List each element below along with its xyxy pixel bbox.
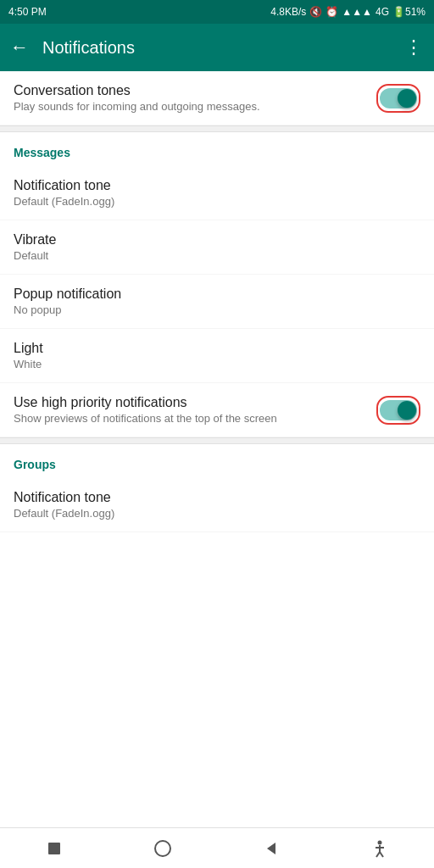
nav-home-button[interactable]: [146, 832, 180, 865]
svg-point-3: [378, 840, 382, 844]
svg-marker-2: [267, 843, 275, 854]
vibrate-title: Vibrate: [14, 232, 420, 248]
high-priority-title: Use high priority notifications: [14, 395, 376, 410]
nav-accessibility-button[interactable]: [363, 832, 397, 865]
app-bar: ← Notifications ⋮: [0, 24, 434, 71]
status-bar: 4:50 PM 4.8KB/s 🔇 ⏰ ▲▲▲ 4G 🔋51%: [0, 0, 434, 24]
high-priority-subtitle: Show previews of notifications at the to…: [14, 412, 376, 425]
light-text: Light White: [14, 341, 420, 370]
status-bar-left: 4:50 PM: [8, 6, 47, 18]
groups-section-label: Groups: [0, 444, 434, 478]
light-item[interactable]: Light White: [0, 329, 434, 383]
settings-content: Conversation tones Play sounds for incom…: [0, 71, 434, 827]
light-subtitle: White: [14, 358, 420, 370]
status-time: 4:50 PM: [8, 6, 47, 18]
popup-notification-subtitle: No popup: [14, 303, 420, 316]
popup-notification-text: Popup notification No popup: [14, 287, 420, 316]
high-priority-item[interactable]: Use high priority notifications Show pre…: [0, 383, 434, 437]
messages-section-label: Messages: [0, 132, 434, 166]
popup-notification-title: Popup notification: [14, 287, 420, 302]
mute-icon: 🔇: [309, 6, 322, 18]
vibrate-text: Vibrate Default: [14, 232, 420, 262]
svg-point-1: [155, 841, 170, 856]
network-speed: 4.8KB/s: [270, 6, 306, 18]
groups-notification-tone-item[interactable]: Notification tone Default (FadeIn.ogg): [0, 478, 434, 532]
page-title: Notifications: [42, 38, 404, 58]
conversation-tones-title: Conversation tones: [14, 83, 376, 98]
alarm-icon: ⏰: [326, 6, 338, 18]
conversation-tones-knob: [398, 89, 416, 108]
conversation-tones-text: Conversation tones Play sounds for incom…: [14, 83, 376, 113]
high-priority-text: Use high priority notifications Show pre…: [14, 395, 376, 425]
more-options-button[interactable]: ⋮: [404, 36, 424, 58]
circle-icon: [153, 839, 172, 858]
status-bar-right: 4.8KB/s 🔇 ⏰ ▲▲▲ 4G 🔋51%: [270, 6, 426, 18]
high-priority-toggle[interactable]: [380, 400, 417, 420]
high-priority-knob: [398, 401, 416, 420]
4g-icon: 4G: [376, 6, 389, 18]
vibrate-subtitle: Default: [14, 249, 420, 262]
conversation-tones-toggle[interactable]: [380, 88, 417, 108]
bottom-nav: [0, 827, 434, 868]
back-nav-icon: [263, 840, 280, 857]
conversation-tones-subtitle: Play sounds for incoming and outgoing me…: [14, 100, 376, 113]
notification-tone-subtitle: Default (FadeIn.ogg): [14, 195, 420, 208]
nav-recent-button[interactable]: [37, 832, 71, 865]
light-title: Light: [14, 341, 420, 356]
person-icon: [370, 839, 389, 858]
notification-tone-title: Notification tone: [14, 178, 420, 193]
groups-notification-tone-title: Notification tone: [14, 490, 420, 505]
section-divider-1: [0, 125, 434, 132]
notification-tone-text: Notification tone Default (FadeIn.ogg): [14, 178, 420, 208]
battery-icon: 🔋51%: [392, 6, 426, 18]
back-button[interactable]: ←: [10, 36, 29, 58]
signal-icon: ▲▲▲: [342, 6, 372, 18]
popup-notification-item[interactable]: Popup notification No popup: [0, 275, 434, 329]
svg-line-7: [380, 852, 383, 857]
conversation-tones-toggle-wrapper[interactable]: [376, 84, 420, 113]
groups-notification-tone-text: Notification tone Default (FadeIn.ogg): [14, 490, 420, 520]
nav-back-button[interactable]: [254, 832, 288, 865]
groups-notification-tone-subtitle: Default (FadeIn.ogg): [14, 507, 420, 520]
notification-tone-item[interactable]: Notification tone Default (FadeIn.ogg): [0, 166, 434, 220]
vibrate-item[interactable]: Vibrate Default: [0, 220, 434, 275]
section-divider-2: [0, 437, 434, 444]
square-icon: [46, 840, 63, 857]
svg-rect-0: [48, 843, 60, 854]
high-priority-toggle-wrapper[interactable]: [376, 396, 420, 425]
conversation-tones-item[interactable]: Conversation tones Play sounds for incom…: [0, 71, 434, 125]
